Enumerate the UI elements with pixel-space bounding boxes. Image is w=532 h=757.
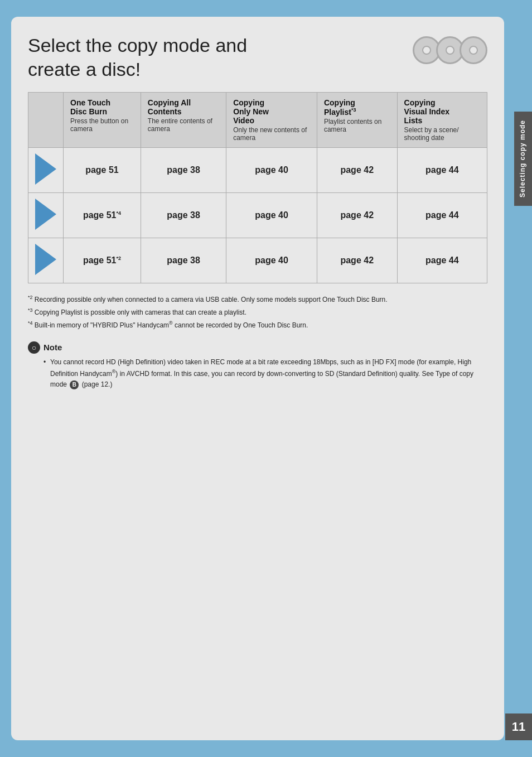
row1-col2: page 38	[141, 148, 226, 193]
row3-col3: page 40	[226, 238, 317, 283]
main-card: Select the copy mode and create a disc! …	[11, 17, 504, 740]
col-header-copying-playlist: CopyingPlaylist*3 Playlist contents on c…	[317, 93, 397, 148]
row1-arrow	[28, 148, 64, 193]
footnote-3: *3 Copying Playlist is possible only wit…	[28, 306, 487, 318]
row2-arrow	[28, 193, 64, 238]
row2-col1: page 51*4	[64, 193, 141, 238]
row3-col2: page 38	[141, 238, 226, 283]
note-section: ○ Note You cannot record HD (High Defini…	[28, 341, 487, 390]
table-row: page 51 page 38 page 40 page 42 page 44	[28, 148, 487, 193]
row1-col3: page 40	[226, 148, 317, 193]
disc-icon-3	[460, 36, 487, 64]
copy-table: One TouchDisc Burn Press the button on c…	[28, 92, 487, 283]
arrow-col-header	[28, 93, 64, 148]
note-bullet: You cannot record HD (High Definition) v…	[43, 357, 487, 390]
row1-col5: page 44	[397, 148, 487, 193]
row3-col5: page 44	[397, 238, 487, 283]
footnote-2: *2 Recording possible only when connecte…	[28, 293, 487, 305]
table-row: page 51*2 page 38 page 40 page 42 page 4…	[28, 238, 487, 283]
col-header-copying-all: Copying AllContents The entire contents …	[141, 93, 226, 148]
arrow-icon	[35, 244, 56, 275]
table-row: page 51*4 page 38 page 40 page 42 page 4…	[28, 193, 487, 238]
row2-col3: page 40	[226, 193, 317, 238]
row1-col1: page 51	[64, 148, 141, 193]
row1-col4: page 42	[317, 148, 397, 193]
row2-col4: page 42	[317, 193, 397, 238]
disc-icons	[413, 36, 487, 64]
row3-arrow	[28, 238, 64, 283]
col-header-one-touch: One TouchDisc Burn Press the button on c…	[64, 93, 141, 148]
table-header-row: One TouchDisc Burn Press the button on c…	[28, 93, 487, 148]
col-header-copying-visual: CopyingVisual IndexLists Select by a sce…	[397, 93, 487, 148]
col-header-copying-new: CopyingOnly NewVideo Only the new conten…	[226, 93, 317, 148]
sidebar-tab: Selecting copy mode	[514, 112, 532, 206]
page-number: 11	[505, 713, 532, 740]
note-header: ○ Note	[28, 341, 487, 354]
row3-col4: page 42	[317, 238, 397, 283]
row2-col5: page 44	[397, 193, 487, 238]
circle-b-icon: B	[70, 380, 79, 389]
page-wrapper: Selecting copy mode 11 Select the copy m…	[0, 0, 532, 757]
header-area: Select the copy mode and create a disc!	[28, 33, 487, 81]
arrow-icon	[35, 153, 56, 185]
note-title: Note	[43, 343, 62, 352]
footnote-4: *4 Built-in memory of "HYBRID Plus" Hand…	[28, 319, 487, 331]
footnotes: *2 Recording possible only when connecte…	[28, 293, 487, 331]
row3-col1: page 51*2	[64, 238, 141, 283]
note-icon: ○	[28, 341, 40, 354]
page-title: Select the copy mode and create a disc!	[28, 33, 402, 81]
note-text: You cannot record HD (High Definition) v…	[43, 357, 487, 390]
arrow-icon	[35, 199, 56, 230]
row2-col2: page 38	[141, 193, 226, 238]
